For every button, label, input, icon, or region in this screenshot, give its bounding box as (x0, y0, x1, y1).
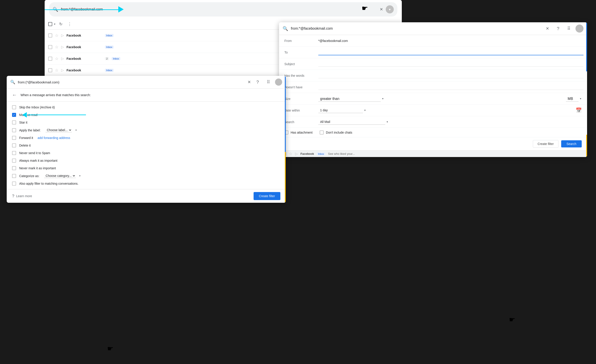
expand-search-button[interactable]: ▾ (386, 5, 394, 13)
create-filter-button[interactable]: Create filter (533, 140, 558, 148)
apply-label-checkbox[interactable] (12, 128, 16, 132)
list-item[interactable]: Never mark it as important (7, 164, 286, 172)
apps-button[interactable]: ⠿ (264, 78, 272, 86)
search-form: From *@facebookmail.com To Subject Has t… (279, 35, 587, 150)
size-operator-select[interactable]: greater than less than (318, 96, 381, 102)
never-important-checkbox[interactable] (12, 166, 16, 170)
close-icon[interactable]: ✕ (380, 7, 383, 12)
always-important-checkbox[interactable] (12, 159, 16, 163)
back-button[interactable]: ← (12, 92, 17, 98)
date-within-field: 1 day 3 days 1 week 2 weeks 1 month 2 mo… (315, 108, 576, 113)
partial-sender: Facebook (300, 152, 314, 155)
doesnt-have-input[interactable] (318, 84, 583, 90)
search-in-row: Search All Mail Inbox Sent Drafts Spam T… (279, 116, 587, 128)
list-item[interactable]: Forward it add forwarding address (7, 134, 286, 142)
subject-input[interactable] (318, 61, 583, 67)
inbox-badge: Inbox (105, 45, 114, 49)
date-within-row: Date within 1 day 3 days 1 week 2 weeks … (279, 105, 587, 116)
list-item[interactable]: Categorize as: Choose category... ▾ (7, 172, 286, 180)
also-apply-checkbox[interactable] (12, 182, 16, 186)
has-words-field[interactable] (315, 73, 587, 78)
to-input[interactable] (318, 50, 583, 55)
important-icon[interactable]: ▷ (295, 152, 298, 156)
star-it-checkbox[interactable] (12, 120, 16, 124)
list-item[interactable]: Skip the Inbox (Archive it) (7, 103, 286, 111)
to-row: To (279, 47, 587, 58)
email-checkbox[interactable] (48, 45, 52, 49)
refresh-button[interactable]: ↻ (57, 21, 64, 28)
to-label: To (279, 51, 315, 54)
list-item[interactable]: Also apply filter to matching conversati… (7, 180, 286, 187)
create-filter-submit-button[interactable]: Create filter (253, 192, 280, 200)
panel-search-input[interactable] (291, 27, 541, 30)
list-item[interactable]: Always mark it as important (7, 157, 286, 164)
avatar[interactable] (575, 25, 583, 33)
close-button[interactable]: ✕ (247, 80, 251, 85)
learn-more-label: Learn more (16, 194, 32, 198)
subject-row: Subject (279, 58, 587, 70)
avatar[interactable] (275, 79, 282, 86)
filter-accent-bar (285, 76, 286, 203)
apps-button[interactable]: ⠿ (565, 25, 573, 33)
select-chevron-icon[interactable]: ▾ (54, 22, 55, 26)
has-attachment-checkbox-item[interactable]: Has attachment (284, 131, 313, 134)
select-all-checkbox[interactable] (48, 22, 52, 26)
filter-panel-header: 🔍 from:(*@facebookmail.com) ✕ ? ⠿ (7, 76, 286, 88)
search-icon: 🔍 (10, 80, 15, 85)
dont-include-chats-checkbox[interactable] (320, 131, 324, 134)
star-icon[interactable]: ☆ (55, 33, 59, 38)
accent-bar-top (586, 22, 587, 71)
subject-field[interactable] (315, 61, 587, 67)
more-options-button[interactable]: ⋮ (66, 21, 73, 28)
filter-search-text: from:(*@facebookmail.com) (18, 80, 245, 84)
star-icon[interactable]: ☆ (55, 56, 59, 61)
skip-inbox-checkbox[interactable] (12, 105, 16, 109)
list-item[interactable]: Never send it to Spam (7, 149, 286, 157)
important-icon[interactable]: ▷ (61, 68, 64, 72)
size-unit-select[interactable]: MB KB Bytes (566, 96, 579, 102)
email-checkbox[interactable] (48, 33, 52, 37)
forward-it-checkbox[interactable] (12, 136, 16, 140)
bottom-partial-email-row[interactable]: ☆ ▷ Facebook Inbox See who liked your... (279, 150, 587, 157)
doesnt-have-row: Doesn't have (279, 81, 587, 93)
important-icon[interactable]: ▷ (61, 33, 64, 37)
search-in-select[interactable]: All Mail Inbox Sent Drafts Spam Trash (318, 119, 385, 125)
important-icon[interactable]: ▷ (61, 56, 64, 61)
categorize-select[interactable]: Choose category... (44, 174, 76, 178)
email-sender: Facebook (67, 57, 102, 60)
mark-as-read-checkbox[interactable]: ✓ (12, 113, 16, 117)
size-unit-wrap: MB KB Bytes (566, 96, 587, 102)
important-icon[interactable]: ▷ (61, 45, 64, 49)
list-item[interactable]: ✓ Mark as read (7, 111, 286, 119)
never-spam-checkbox[interactable] (12, 151, 16, 155)
filter-options-list: Skip the Inbox (Archive it) ✓ Mark as re… (7, 102, 286, 189)
star-icon[interactable]: ☆ (55, 45, 59, 50)
action-row: Create filter Search (279, 137, 587, 150)
list-item[interactable]: Apply the label: Choose label... ▾ (7, 126, 286, 134)
apply-label-select[interactable]: Choose label... (45, 128, 72, 132)
from-label: From (279, 39, 315, 43)
doesnt-have-field[interactable] (315, 84, 587, 90)
delete-it-checkbox[interactable] (12, 143, 16, 147)
calendar-button[interactable]: 📅 (576, 108, 587, 113)
help-button[interactable]: ? (253, 78, 262, 86)
has-words-input[interactable] (318, 73, 583, 78)
star-icon[interactable]: ☆ (289, 152, 292, 156)
star-icon[interactable]: ☆ (55, 68, 59, 73)
email-checkbox[interactable] (48, 57, 52, 61)
to-field[interactable] (315, 50, 587, 55)
from-field: *@facebookmail.com (315, 39, 587, 43)
learn-more-button[interactable]: ? Learn more (12, 194, 32, 198)
list-item[interactable]: Star it (7, 119, 286, 126)
categorize-checkbox[interactable] (12, 174, 16, 178)
help-button[interactable]: ? (554, 25, 562, 33)
dont-include-chats-checkbox-item[interactable]: Don't include chats (320, 131, 352, 134)
email-checkbox[interactable] (48, 68, 52, 72)
date-within-select[interactable]: 1 day 3 days 1 week 2 weeks 1 month 2 mo… (318, 108, 363, 113)
subject-label: Subject (279, 62, 315, 66)
search-button[interactable]: Search (561, 140, 582, 147)
panel-close-button[interactable]: ✕ (543, 25, 551, 33)
partial-badge: Inbox (317, 152, 326, 155)
list-item[interactable]: Delete it (7, 142, 286, 149)
add-forwarding-address-link[interactable]: add forwarding address (37, 136, 70, 140)
